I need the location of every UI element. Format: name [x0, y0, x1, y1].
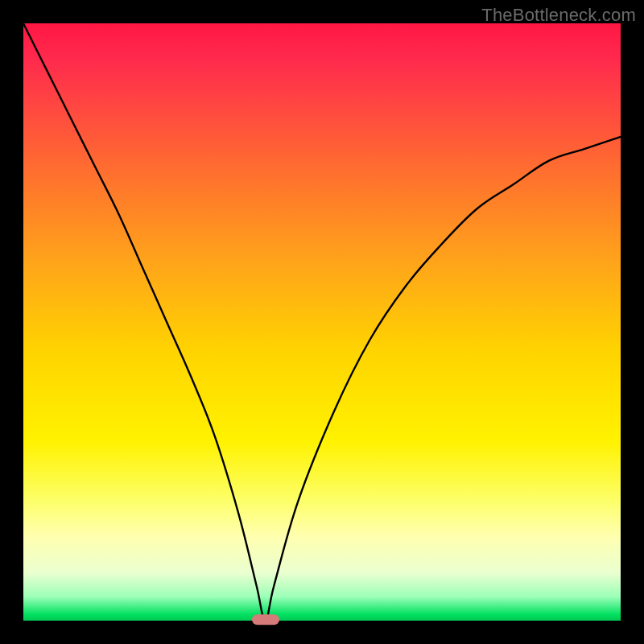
bottleneck-curve	[23, 23, 621, 621]
plot-area	[23, 23, 621, 621]
optimum-marker	[252, 614, 279, 625]
chart-frame: TheBottleneck.com	[0, 0, 644, 644]
